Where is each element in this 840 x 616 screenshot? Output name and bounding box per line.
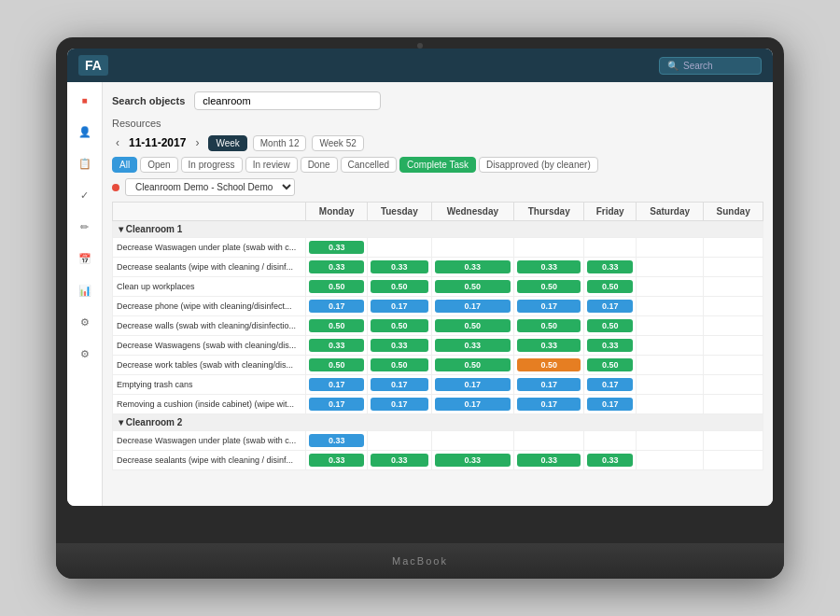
day-cell-thursday[interactable]: 0.50 bbox=[514, 356, 584, 375]
day-cell-wednesday[interactable]: 0.50 bbox=[431, 316, 514, 336]
day-cell-monday[interactable]: 0.50 bbox=[306, 316, 368, 336]
sidebar-doc-icon[interactable]: 📋 bbox=[75, 153, 95, 174]
day-cell-saturday[interactable] bbox=[637, 431, 704, 451]
day-cell-tuesday[interactable] bbox=[368, 431, 431, 451]
day-cell-thursday[interactable]: 0.33 bbox=[514, 336, 584, 356]
day-cell-monday[interactable]: 0.33 bbox=[306, 336, 368, 356]
day-cell-thursday[interactable] bbox=[514, 238, 584, 258]
sidebar-pencil-icon[interactable]: ✏ bbox=[75, 217, 95, 237]
day-cell-saturday[interactable] bbox=[637, 297, 704, 316]
filter-all-tab[interactable]: All bbox=[112, 157, 137, 173]
day-cell-tuesday[interactable]: 0.50 bbox=[368, 356, 431, 375]
day-cell-sunday[interactable] bbox=[704, 336, 763, 356]
day-cell-wednesday[interactable]: 0.50 bbox=[431, 356, 514, 375]
day-cell-friday[interactable]: 0.17 bbox=[584, 297, 637, 316]
day-cell-saturday[interactable] bbox=[637, 258, 704, 277]
day-cell-tuesday[interactable]: 0.33 bbox=[368, 258, 431, 277]
filter-open-tab[interactable]: Open bbox=[140, 157, 177, 173]
day-cell-monday[interactable]: 0.33 bbox=[306, 238, 368, 258]
day-cell-sunday[interactable] bbox=[704, 277, 763, 297]
day-cell-friday[interactable]: 0.33 bbox=[584, 336, 637, 356]
sidebar-org-icon[interactable]: 👤 bbox=[75, 121, 95, 142]
day-cell-thursday[interactable]: 0.50 bbox=[514, 277, 584, 297]
day-cell-thursday[interactable]: 0.17 bbox=[514, 395, 584, 414]
header-search[interactable]: 🔍 Search bbox=[659, 57, 762, 75]
view-week-button[interactable]: Week bbox=[208, 135, 246, 151]
filter-inreview-tab[interactable]: In review bbox=[245, 157, 298, 173]
day-cell-sunday[interactable] bbox=[704, 431, 763, 451]
filter-disapproved-tab[interactable]: Disapproved (by cleaner) bbox=[479, 157, 598, 173]
day-cell-friday[interactable]: 0.17 bbox=[584, 375, 637, 395]
day-cell-monday[interactable]: 0.33 bbox=[306, 258, 368, 277]
day-cell-tuesday[interactable]: 0.17 bbox=[368, 375, 431, 395]
day-cell-friday[interactable]: 0.50 bbox=[584, 356, 637, 375]
sidebar-check-icon[interactable]: ✓ bbox=[75, 185, 95, 205]
day-cell-tuesday[interactable] bbox=[368, 238, 431, 258]
day-cell-sunday[interactable] bbox=[704, 451, 763, 470]
sidebar-admin-icon[interactable]: ⚙ bbox=[75, 343, 95, 364]
filter-cancelled-tab[interactable]: Cancelled bbox=[341, 157, 397, 173]
day-cell-tuesday[interactable]: 0.50 bbox=[368, 277, 431, 297]
day-cell-sunday[interactable] bbox=[704, 375, 763, 395]
day-cell-tuesday[interactable]: 0.50 bbox=[368, 316, 431, 336]
day-cell-friday[interactable]: 0.17 bbox=[584, 395, 637, 414]
view-week52-button[interactable]: Week 52 bbox=[312, 135, 363, 151]
search-input[interactable] bbox=[194, 91, 381, 110]
filter-inprogress-tab[interactable]: In progress bbox=[181, 157, 243, 173]
day-cell-saturday[interactable] bbox=[637, 316, 704, 336]
day-cell-tuesday[interactable]: 0.17 bbox=[368, 395, 431, 414]
day-cell-saturday[interactable] bbox=[637, 395, 704, 414]
day-cell-thursday[interactable]: 0.33 bbox=[514, 258, 584, 277]
prev-date-button[interactable]: ‹ bbox=[112, 134, 123, 151]
day-cell-monday[interactable]: 0.33 bbox=[306, 431, 368, 451]
next-date-button[interactable]: › bbox=[191, 134, 203, 151]
day-cell-tuesday[interactable]: 0.33 bbox=[368, 451, 431, 470]
day-cell-monday[interactable]: 0.50 bbox=[306, 356, 368, 375]
day-cell-wednesday[interactable]: 0.33 bbox=[431, 336, 514, 356]
day-cell-monday[interactable]: 0.17 bbox=[306, 395, 368, 414]
filter-done-tab[interactable]: Done bbox=[301, 157, 338, 173]
day-cell-sunday[interactable] bbox=[704, 395, 763, 414]
day-cell-friday[interactable]: 0.33 bbox=[584, 451, 637, 470]
day-cell-thursday[interactable]: 0.33 bbox=[514, 451, 584, 470]
day-cell-friday[interactable] bbox=[584, 238, 637, 258]
day-cell-sunday[interactable] bbox=[704, 258, 763, 277]
day-cell-thursday[interactable] bbox=[514, 431, 584, 451]
day-cell-friday[interactable]: 0.50 bbox=[584, 316, 637, 336]
day-cell-monday[interactable]: 0.50 bbox=[306, 277, 368, 297]
sidebar-settings-icon[interactable]: ⚙ bbox=[75, 312, 95, 332]
sidebar-calendar-icon[interactable]: 📅 bbox=[75, 248, 95, 269]
view-month-button[interactable]: Month 12 bbox=[253, 135, 307, 151]
day-cell-monday[interactable]: 0.17 bbox=[306, 297, 368, 316]
day-cell-wednesday[interactable]: 0.33 bbox=[431, 258, 514, 277]
day-cell-wednesday[interactable]: 0.17 bbox=[431, 297, 514, 316]
day-cell-sunday[interactable] bbox=[704, 238, 763, 258]
sidebar-chart-icon[interactable]: 📊 bbox=[75, 280, 95, 301]
day-cell-saturday[interactable] bbox=[637, 451, 704, 470]
location-select[interactable]: Cleanroom Demo - School Demo bbox=[125, 178, 295, 196]
day-cell-friday[interactable]: 0.50 bbox=[584, 277, 637, 297]
day-cell-wednesday[interactable]: 0.50 bbox=[431, 277, 514, 297]
day-cell-sunday[interactable] bbox=[704, 316, 763, 336]
day-cell-tuesday[interactable]: 0.33 bbox=[368, 336, 431, 356]
day-cell-thursday[interactable]: 0.17 bbox=[514, 375, 584, 395]
day-cell-wednesday[interactable] bbox=[431, 431, 514, 451]
day-cell-wednesday[interactable] bbox=[431, 238, 514, 258]
day-cell-thursday[interactable]: 0.50 bbox=[514, 316, 584, 336]
day-cell-tuesday[interactable]: 0.17 bbox=[368, 297, 431, 316]
day-cell-wednesday[interactable]: 0.17 bbox=[431, 375, 514, 395]
day-cell-sunday[interactable] bbox=[704, 356, 763, 375]
day-cell-friday[interactable] bbox=[584, 431, 637, 451]
day-cell-monday[interactable]: 0.33 bbox=[306, 451, 368, 470]
sidebar-home-icon[interactable]: ■ bbox=[75, 90, 95, 110]
day-cell-saturday[interactable] bbox=[637, 277, 704, 297]
day-cell-saturday[interactable] bbox=[637, 336, 704, 356]
filter-complete-tab[interactable]: Complete Task bbox=[399, 157, 476, 173]
day-cell-saturday[interactable] bbox=[637, 356, 704, 375]
day-cell-wednesday[interactable]: 0.33 bbox=[431, 451, 514, 470]
day-cell-monday[interactable]: 0.17 bbox=[306, 375, 368, 395]
day-cell-thursday[interactable]: 0.17 bbox=[514, 297, 584, 316]
day-cell-friday[interactable]: 0.33 bbox=[584, 258, 637, 277]
day-cell-saturday[interactable] bbox=[637, 375, 704, 395]
day-cell-wednesday[interactable]: 0.17 bbox=[431, 395, 514, 414]
